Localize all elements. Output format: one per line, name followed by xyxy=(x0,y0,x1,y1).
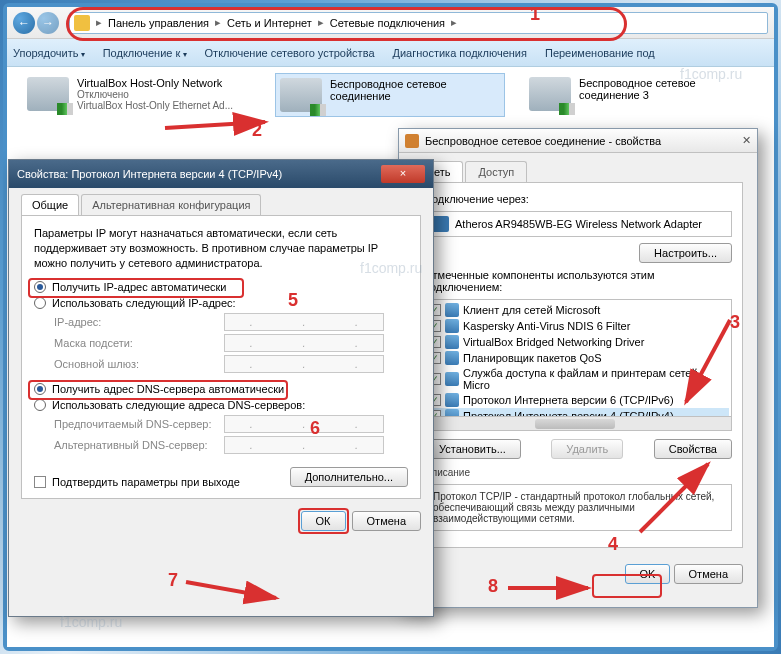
close-icon[interactable]: × xyxy=(381,165,425,183)
component-item[interactable]: VirtualBox Bridged Networking Driver xyxy=(463,336,644,348)
scrollbar-horizontal[interactable] xyxy=(425,416,731,430)
confirm-on-exit-label: Подтвердить параметры при выходе xyxy=(52,476,240,488)
alternate-dns-label: Альтернативный DNS-сервер: xyxy=(54,439,224,451)
gateway-label: Основной шлюз: xyxy=(54,358,224,370)
breadcrumb[interactable]: ▸ Панель управления ▸ Сеть и Интернет ▸ … xyxy=(69,12,768,34)
network-name: Беспроводное сетевое xyxy=(330,78,447,90)
component-icon xyxy=(445,319,459,333)
radio-label: Получить IP-адрес автоматически xyxy=(52,281,226,293)
dialog-ipv4-properties: Свойства: Протокол Интернета версии 4 (T… xyxy=(8,159,434,617)
tab-access[interactable]: Доступ xyxy=(465,161,527,182)
radio-label: Использовать следующий IP-адрес: xyxy=(52,297,236,309)
forward-button[interactable]: → xyxy=(37,12,59,34)
confirm-on-exit-checkbox[interactable]: ✓ xyxy=(34,476,46,488)
ok-button[interactable]: ОК xyxy=(301,511,346,531)
components-list[interactable]: ✓Клиент для сетей Microsoft ✓Kaspersky A… xyxy=(424,299,732,431)
description-box: Протокол TCP/IP - стандартный протокол г… xyxy=(424,484,732,531)
radio-obtain-ip-auto[interactable] xyxy=(34,281,46,293)
component-icon xyxy=(445,351,459,365)
dialog-title: Беспроводное сетевое соединение - свойст… xyxy=(425,135,661,147)
radio-label: Получить адрес DNS-сервера автоматически xyxy=(52,383,284,395)
component-item[interactable]: Планировщик пакетов QoS xyxy=(463,352,602,364)
cancel-button[interactable]: Отмена xyxy=(674,564,743,584)
remove-button: Удалить xyxy=(551,439,623,459)
network-name: Беспроводное сетевое xyxy=(579,77,696,89)
rename-connection[interactable]: Переименование под xyxy=(545,47,655,59)
ip-address-label: IP-адрес: xyxy=(54,316,224,328)
components-label: Отмеченные компоненты используются этим … xyxy=(424,269,732,293)
component-icon xyxy=(445,335,459,349)
network-item-wireless-3[interactable]: Беспроводное сетевое соединение 3 xyxy=(525,73,755,115)
subnet-mask-label: Маска подсети: xyxy=(54,337,224,349)
radio-obtain-dns-auto[interactable] xyxy=(34,383,46,395)
adapter-box: Atheros AR9485WB-EG Wireless Network Ada… xyxy=(424,211,732,237)
network-adapter-icon xyxy=(280,78,322,112)
component-item[interactable]: Kaspersky Anti-Virus NDIS 6 Filter xyxy=(463,320,630,332)
diagnose-connection[interactable]: Диагностика подключения xyxy=(393,47,527,59)
component-item[interactable]: Служба доступа к файлам и принтерам сете… xyxy=(463,367,727,391)
tab-general[interactable]: Общие xyxy=(21,194,79,215)
breadcrumb-item[interactable]: Сеть и Интернет xyxy=(223,17,316,29)
breadcrumb-item[interactable]: Панель управления xyxy=(104,17,213,29)
preferred-dns-input: ... xyxy=(224,415,384,433)
close-icon[interactable]: ✕ xyxy=(742,134,751,147)
component-item[interactable]: Клиент для сетей Microsoft xyxy=(463,304,600,316)
ip-address-input: ... xyxy=(224,313,384,331)
radio-use-dns[interactable] xyxy=(34,399,46,411)
install-button[interactable]: Установить... xyxy=(424,439,521,459)
description-heading: Описание xyxy=(424,467,732,478)
component-icon xyxy=(445,372,459,386)
alternate-dns-input: ... xyxy=(224,436,384,454)
adapter-name: Atheros AR9485WB-EG Wireless Network Ada… xyxy=(455,218,702,230)
dialog-icon xyxy=(405,134,419,148)
ok-button[interactable]: OK xyxy=(625,564,671,584)
network-status: Отключено xyxy=(77,89,233,100)
network-name-line2: соединение xyxy=(330,90,447,102)
toolbar: Упорядочить Подключение к Отключение сет… xyxy=(7,39,774,67)
radio-use-ip[interactable] xyxy=(34,297,46,309)
properties-button[interactable]: Свойства xyxy=(654,439,732,459)
back-button[interactable]: ← xyxy=(13,12,35,34)
network-item-wireless[interactable]: Беспроводное сетевое соединение xyxy=(275,73,505,117)
description-text: Параметры IP могут назначаться автоматич… xyxy=(34,226,408,271)
gateway-input: ... xyxy=(224,355,384,373)
component-icon xyxy=(445,393,459,407)
advanced-button[interactable]: Дополнительно... xyxy=(290,467,408,487)
component-icon xyxy=(445,303,459,317)
component-item[interactable]: Протокол Интернета версии 6 (TCP/IPv6) xyxy=(463,394,674,406)
network-adapter-icon xyxy=(27,77,69,111)
dialog-connection-properties: Беспроводное сетевое соединение - свойст… xyxy=(398,128,758,608)
folder-icon xyxy=(74,15,90,31)
preferred-dns-label: Предпочитаемый DNS-сервер: xyxy=(54,418,224,430)
tab-alternate[interactable]: Альтернативная конфигурация xyxy=(81,194,261,215)
connect-to-menu[interactable]: Подключение к xyxy=(103,47,187,59)
network-name-line2: соединение 3 xyxy=(579,89,696,101)
breadcrumb-item[interactable]: Сетевые подключения xyxy=(326,17,449,29)
dialog-title: Свойства: Протокол Интернета версии 4 (T… xyxy=(17,168,282,180)
disable-device[interactable]: Отключение сетевого устройства xyxy=(205,47,375,59)
network-adapter-icon xyxy=(529,77,571,111)
organize-menu[interactable]: Упорядочить xyxy=(13,47,85,59)
connect-via-label: Подключение через: xyxy=(424,193,732,205)
network-adapter-name: VirtualBox Host-Only Ethernet Ad... xyxy=(77,100,233,111)
subnet-mask-input: ... xyxy=(224,334,384,352)
radio-label: Использовать следующие адреса DNS-сервер… xyxy=(52,399,305,411)
network-item-vbox[interactable]: VirtualBox Host-Only Network Отключено V… xyxy=(23,73,263,115)
configure-button[interactable]: Настроить... xyxy=(639,243,732,263)
cancel-button[interactable]: Отмена xyxy=(352,511,421,531)
network-name: VirtualBox Host-Only Network xyxy=(77,77,233,89)
